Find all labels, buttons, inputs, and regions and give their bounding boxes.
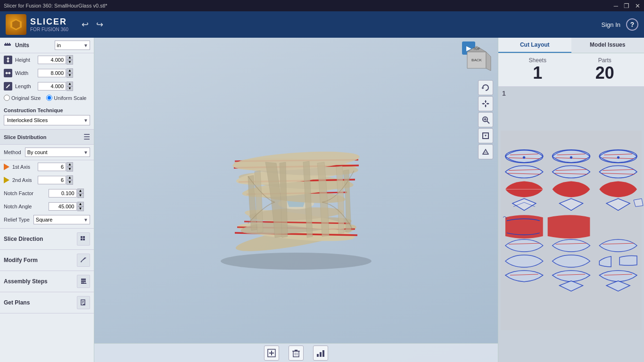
- assembly-steps-icon[interactable]: [77, 275, 90, 288]
- svg-marker-10: [5, 72, 7, 74]
- model-area: [94, 38, 498, 343]
- ruler-icon: [4, 41, 11, 49]
- axis1-icon: [4, 164, 9, 170]
- svg-rect-75: [320, 352, 322, 357]
- notch-angle-up-btn[interactable]: ▲: [77, 202, 84, 206]
- stats-btn[interactable]: [313, 346, 328, 361]
- svg-point-45: [221, 253, 372, 270]
- height-spinners: ▲ ▼: [66, 55, 73, 65]
- get-plans-section[interactable]: Get Plans: [0, 292, 94, 313]
- construction-section: Construction Technique Interlocked Slice…: [0, 105, 94, 130]
- tab-model-issues[interactable]: Model Issues: [571, 38, 644, 53]
- sheets-value: 1: [504, 64, 571, 82]
- axis1-up-btn[interactable]: ▲: [66, 162, 73, 167]
- axis1-label: 1st Axis: [12, 164, 35, 170]
- slice-direction-section[interactable]: Slice Direction: [0, 229, 94, 250]
- axis2-down-btn[interactable]: ▼: [66, 180, 73, 185]
- notch-angle-input[interactable]: [49, 202, 77, 211]
- height-row: Height ▲ ▼: [0, 53, 94, 66]
- notch-factor-down-btn[interactable]: ▼: [77, 193, 84, 198]
- length-down-btn[interactable]: ▼: [66, 86, 73, 91]
- close-btn[interactable]: ✕: [635, 2, 640, 9]
- get-plans-label: Get Plans: [4, 299, 30, 306]
- assembly-steps-section[interactable]: Assembly Steps: [0, 271, 94, 292]
- method-label: Method: [4, 149, 21, 155]
- construction-select-wrap: Interlocked Slices Stacked Slices Curve …: [4, 115, 90, 125]
- axis2-row: 2nd Axis ▲ ▼: [0, 173, 94, 187]
- axis2-spinners: ▲ ▼: [66, 175, 73, 185]
- uniform-scale-option[interactable]: Uniform Scale: [46, 95, 86, 101]
- titlebar: Slicer for Fusion 360: SmallHourGlass v0…: [0, 0, 644, 11]
- relief-select[interactable]: Square Round Dogbone: [33, 215, 90, 224]
- uniform-scale-radio[interactable]: [46, 95, 52, 101]
- length-input-wrap: ▲ ▼: [38, 82, 90, 91]
- original-size-option[interactable]: Original Size: [4, 95, 41, 101]
- parts-value: 20: [571, 64, 639, 82]
- length-input[interactable]: [38, 82, 66, 90]
- notch-factor-input-wrap: ▲ ▼: [49, 189, 91, 198]
- axis1-input[interactable]: [38, 163, 66, 171]
- cut-layout-preview: ⊕ ⊕ ⊕: [498, 87, 644, 362]
- relief-label: Relief Type: [4, 217, 30, 222]
- axis1-down-btn[interactable]: ▼: [66, 167, 73, 172]
- redo-btn[interactable]: ↪: [96, 19, 103, 30]
- logo-text: SLICER FOR FUSION 360: [30, 17, 68, 32]
- logo-for: FOR FUSION 360: [30, 27, 68, 32]
- height-up-btn[interactable]: ▲: [66, 55, 73, 60]
- width-down-btn[interactable]: ▼: [66, 73, 73, 78]
- svg-marker-7: [7, 57, 9, 59]
- sheet-number: 1: [502, 90, 506, 97]
- height-icon-svg: [5, 57, 11, 63]
- svg-text:⊕: ⊕: [523, 156, 525, 158]
- title-text: Slicer for Fusion 360: SmallHourGlass v0…: [4, 3, 107, 8]
- height-input[interactable]: [38, 56, 66, 64]
- construction-select[interactable]: Interlocked Slices Stacked Slices Curve …: [4, 115, 90, 125]
- plans-icon: [80, 299, 87, 306]
- svg-rect-14: [83, 236, 85, 238]
- original-size-radio[interactable]: [4, 95, 10, 101]
- sheets-parts-info: Sheets 1 Parts 20: [498, 53, 644, 87]
- sign-in-button[interactable]: Sign In: [602, 21, 620, 28]
- header: SLICER FOR FUSION 360 ↩ ↪ Sign In ?: [0, 11, 644, 38]
- delete-btn[interactable]: [289, 346, 304, 361]
- width-up-btn[interactable]: ▲: [66, 68, 73, 73]
- get-plans-icon[interactable]: [77, 296, 90, 309]
- axis2-input[interactable]: [38, 176, 66, 184]
- construction-label: Construction Technique: [4, 107, 90, 113]
- help-button[interactable]: ?: [626, 18, 638, 31]
- units-select[interactable]: in mm cm: [55, 41, 91, 50]
- modify-form-icon[interactable]: [77, 254, 90, 267]
- slice-direction-icon[interactable]: [77, 232, 90, 246]
- slice-direction-label: Slice Direction: [4, 236, 43, 242]
- slice-dist-icon[interactable]: ☰: [83, 132, 90, 141]
- notch-angle-down-btn[interactable]: ▼: [77, 206, 84, 211]
- logo-svg: [9, 18, 23, 31]
- method-select[interactable]: By count By spacing: [25, 148, 90, 157]
- modify-form-section[interactable]: Modify Form: [0, 250, 94, 271]
- parts-col: Parts 20: [571, 57, 639, 82]
- width-label: Width: [15, 70, 35, 76]
- width-icon-svg: [5, 70, 11, 76]
- maximize-btn[interactable]: ❐: [624, 2, 629, 9]
- height-down-btn[interactable]: ▼: [66, 60, 73, 65]
- parts-label: Parts: [571, 57, 639, 64]
- axis2-up-btn[interactable]: ▲: [66, 175, 73, 180]
- length-up-btn[interactable]: ▲: [66, 82, 73, 86]
- length-icon-svg: [5, 83, 11, 89]
- width-input[interactable]: [38, 69, 66, 77]
- notch-factor-input[interactable]: [49, 189, 77, 197]
- tab-cut-layout[interactable]: Cut Layout: [498, 38, 571, 53]
- notch-factor-up-btn[interactable]: ▲: [77, 189, 84, 193]
- axis2-label: 2nd Axis: [12, 177, 35, 183]
- svg-text:⊕: ⊕: [617, 156, 619, 158]
- svg-rect-4: [7, 43, 8, 44]
- minimize-btn[interactable]: ─: [614, 2, 618, 9]
- units-row: Units in mm cm ▼: [0, 38, 94, 53]
- add-object-btn[interactable]: [264, 346, 279, 361]
- delete-icon: [291, 348, 301, 358]
- undo-btn[interactable]: ↩: [82, 19, 89, 30]
- logo-icon: [6, 14, 26, 35]
- width-row: Width ▲ ▼: [0, 66, 94, 80]
- svg-rect-17: [81, 279, 86, 280]
- left-panel: Units in mm cm ▼ Height ▲ ▼: [0, 38, 94, 362]
